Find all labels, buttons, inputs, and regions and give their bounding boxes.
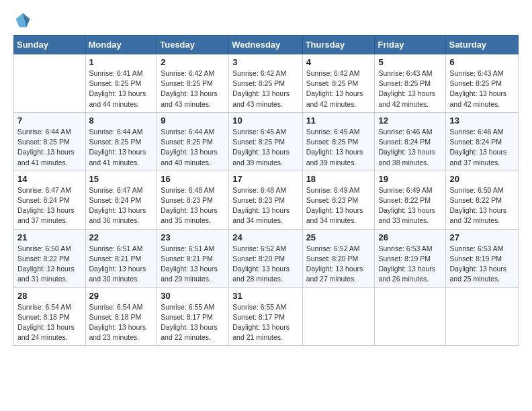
day-cell: 29Sunrise: 6:54 AMSunset: 8:18 PMDayligh… [85,287,157,346]
day-cell: 6Sunrise: 6:43 AMSunset: 8:25 PMDaylight… [446,54,519,113]
day-cell: 14Sunrise: 6:47 AMSunset: 8:24 PMDayligh… [14,171,86,229]
day-cell: 26Sunrise: 6:53 AMSunset: 8:19 PMDayligh… [375,229,446,287]
day-info: Sunrise: 6:50 AMSunset: 8:22 PMDaylight:… [17,244,82,285]
day-info: Sunrise: 6:54 AMSunset: 8:18 PMDaylight:… [89,302,154,343]
day-number: 10 [232,116,298,126]
logo [13,11,35,30]
day-number: 31 [232,291,298,301]
day-cell: 19Sunrise: 6:49 AMSunset: 8:22 PMDayligh… [375,171,446,229]
day-cell: 25Sunrise: 6:52 AMSunset: 8:20 PMDayligh… [302,229,375,287]
day-cell [446,287,519,346]
day-number: 30 [161,291,225,301]
day-number: 3 [232,57,298,67]
day-number: 4 [306,57,371,67]
day-cell: 2Sunrise: 6:42 AMSunset: 8:25 PMDaylight… [157,54,229,113]
weekday-sunday: Sunday [14,36,86,54]
day-info: Sunrise: 6:49 AMSunset: 8:23 PMDaylight:… [306,185,371,226]
weekday-friday: Friday [375,36,446,54]
day-number: 18 [306,174,371,184]
day-number: 16 [161,174,225,184]
day-cell: 10Sunrise: 6:45 AMSunset: 8:25 PMDayligh… [229,112,302,171]
day-cell: 28Sunrise: 6:54 AMSunset: 8:18 PMDayligh… [14,287,86,346]
day-info: Sunrise: 6:55 AMSunset: 8:17 PMDaylight:… [232,302,298,343]
day-cell: 7Sunrise: 6:44 AMSunset: 8:25 PMDaylight… [14,112,86,171]
day-number: 2 [161,57,225,67]
day-number: 28 [17,291,82,301]
day-info: Sunrise: 6:51 AMSunset: 8:21 PMDaylight:… [89,244,154,285]
day-info: Sunrise: 6:44 AMSunset: 8:25 PMDaylight:… [161,127,225,168]
day-info: Sunrise: 6:42 AMSunset: 8:25 PMDaylight:… [306,68,371,109]
day-info: Sunrise: 6:52 AMSunset: 8:20 PMDaylight:… [306,244,371,285]
day-number: 9 [161,116,225,126]
day-cell: 13Sunrise: 6:46 AMSunset: 8:24 PMDayligh… [446,112,519,171]
day-info: Sunrise: 6:48 AMSunset: 8:23 PMDaylight:… [161,185,225,226]
day-cell: 5Sunrise: 6:43 AMSunset: 8:25 PMDaylight… [375,54,446,113]
day-info: Sunrise: 6:53 AMSunset: 8:19 PMDaylight:… [378,244,442,285]
day-info: Sunrise: 6:52 AMSunset: 8:20 PMDaylight:… [232,244,298,285]
logo-icon [13,11,32,30]
week-row-2: 7Sunrise: 6:44 AMSunset: 8:25 PMDaylight… [14,112,519,171]
day-number: 23 [161,232,225,242]
day-info: Sunrise: 6:41 AMSunset: 8:25 PMDaylight:… [89,68,154,109]
day-cell: 8Sunrise: 6:44 AMSunset: 8:25 PMDaylight… [85,112,157,171]
day-cell: 31Sunrise: 6:55 AMSunset: 8:17 PMDayligh… [229,287,302,346]
week-row-4: 21Sunrise: 6:50 AMSunset: 8:22 PMDayligh… [14,229,519,287]
week-row-1: 1Sunrise: 6:41 AMSunset: 8:25 PMDaylight… [14,54,519,113]
day-info: Sunrise: 6:45 AMSunset: 8:25 PMDaylight:… [306,127,371,168]
day-number: 17 [232,174,298,184]
day-cell: 17Sunrise: 6:48 AMSunset: 8:23 PMDayligh… [229,171,302,229]
weekday-tuesday: Tuesday [157,36,229,54]
day-number: 26 [378,232,442,242]
weekday-monday: Monday [85,36,157,54]
day-info: Sunrise: 6:42 AMSunset: 8:25 PMDaylight:… [232,68,298,109]
day-number: 13 [449,116,515,126]
day-number: 19 [378,174,442,184]
day-number: 6 [449,57,515,67]
day-info: Sunrise: 6:43 AMSunset: 8:25 PMDaylight:… [449,68,515,109]
day-info: Sunrise: 6:47 AMSunset: 8:24 PMDaylight:… [89,185,154,226]
day-info: Sunrise: 6:42 AMSunset: 8:25 PMDaylight:… [161,68,225,109]
day-cell: 30Sunrise: 6:55 AMSunset: 8:17 PMDayligh… [157,287,229,346]
day-cell: 4Sunrise: 6:42 AMSunset: 8:25 PMDaylight… [302,54,375,113]
day-cell: 11Sunrise: 6:45 AMSunset: 8:25 PMDayligh… [302,112,375,171]
page: SundayMondayTuesdayWednesdayThursdayFrid… [0,0,532,357]
weekday-thursday: Thursday [302,36,375,54]
day-number: 14 [17,174,82,184]
day-number: 8 [89,116,154,126]
day-number: 7 [17,116,82,126]
day-info: Sunrise: 6:54 AMSunset: 8:18 PMDaylight:… [17,302,82,343]
day-cell: 27Sunrise: 6:53 AMSunset: 8:19 PMDayligh… [446,229,519,287]
day-number: 29 [89,291,154,301]
week-row-5: 28Sunrise: 6:54 AMSunset: 8:18 PMDayligh… [14,287,519,346]
header [13,11,519,30]
day-number: 20 [449,174,515,184]
day-info: Sunrise: 6:50 AMSunset: 8:22 PMDaylight:… [449,185,515,226]
day-cell [302,287,375,346]
day-info: Sunrise: 6:44 AMSunset: 8:25 PMDaylight:… [17,127,82,168]
day-number: 11 [306,116,371,126]
week-row-3: 14Sunrise: 6:47 AMSunset: 8:24 PMDayligh… [14,171,519,229]
day-info: Sunrise: 6:46 AMSunset: 8:24 PMDaylight:… [378,127,442,168]
day-number: 12 [378,116,442,126]
day-info: Sunrise: 6:53 AMSunset: 8:19 PMDaylight:… [449,244,515,285]
day-number: 25 [306,232,371,242]
day-number: 22 [89,232,154,242]
day-cell: 3Sunrise: 6:42 AMSunset: 8:25 PMDaylight… [229,54,302,113]
day-cell: 18Sunrise: 6:49 AMSunset: 8:23 PMDayligh… [302,171,375,229]
day-cell: 9Sunrise: 6:44 AMSunset: 8:25 PMDaylight… [157,112,229,171]
day-number: 24 [232,232,298,242]
day-number: 15 [89,174,154,184]
day-cell: 20Sunrise: 6:50 AMSunset: 8:22 PMDayligh… [446,171,519,229]
day-cell: 21Sunrise: 6:50 AMSunset: 8:22 PMDayligh… [14,229,86,287]
weekday-header-row: SundayMondayTuesdayWednesdayThursdayFrid… [14,36,519,54]
day-info: Sunrise: 6:46 AMSunset: 8:24 PMDaylight:… [449,127,515,168]
day-number: 21 [17,232,82,242]
weekday-saturday: Saturday [446,36,519,54]
day-info: Sunrise: 6:43 AMSunset: 8:25 PMDaylight:… [378,68,442,109]
day-number: 27 [449,232,515,242]
day-info: Sunrise: 6:44 AMSunset: 8:25 PMDaylight:… [89,127,154,168]
day-info: Sunrise: 6:55 AMSunset: 8:17 PMDaylight:… [161,302,225,343]
day-info: Sunrise: 6:45 AMSunset: 8:25 PMDaylight:… [232,127,298,168]
weekday-wednesday: Wednesday [229,36,302,54]
day-info: Sunrise: 6:49 AMSunset: 8:22 PMDaylight:… [378,185,442,226]
